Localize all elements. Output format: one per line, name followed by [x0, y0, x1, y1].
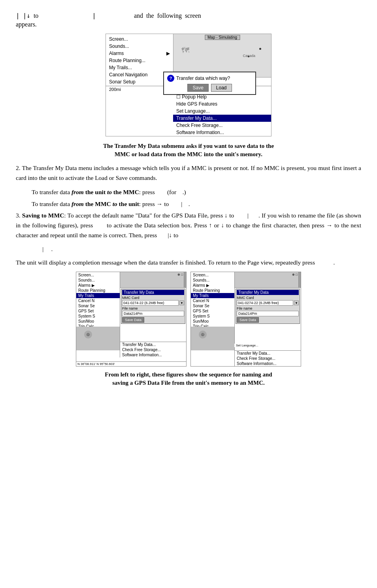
menu-trails[interactable]: My Trails...	[106, 64, 173, 71]
sm-alarms[interactable]: Alarms	[76, 283, 120, 288]
sm-trails[interactable]: My Trails	[76, 293, 120, 298]
screenshot-1: Screen... Sounds... Alarms Route Plannin…	[106, 34, 271, 136]
sm-file-label-right: File name	[237, 306, 299, 310]
sm-screen[interactable]: Screen...	[76, 272, 120, 278]
from-italic-1: from	[72, 189, 84, 195]
sm-route-r[interactable]: Route Planning	[191, 288, 234, 293]
top-line: | |↓ to | and the following screen	[16, 12, 361, 19]
and-word: and	[134, 12, 143, 19]
caption-2: From left to right, these figures show t…	[24, 371, 353, 387]
sm-sun-r[interactable]: Sun/Moo	[191, 319, 234, 324]
sm-file-label-left: File name	[122, 306, 184, 310]
sm-system[interactable]: System S	[76, 314, 120, 319]
menu-sounds[interactable]: Sounds...	[106, 43, 173, 50]
sm-map-right: ⊕ □	[235, 272, 301, 288]
sm-map-lower-left: ⓪	[76, 327, 120, 350]
sm-lang-label-right: Set Language...	[234, 344, 301, 347]
sm-cancel[interactable]: Cancel N	[76, 298, 120, 303]
screenshot-2-left: Screen... Sounds... Alarms Route Plannin…	[76, 272, 187, 367]
paragraph-3-cont: | .	[32, 244, 361, 254]
sm-scrollbar-right	[298, 272, 301, 287]
down-arrow-icon: |↓	[23, 12, 30, 19]
sm-sun[interactable]: Sun/Moo	[76, 319, 120, 324]
indent-1: To transfer data from the unit to the MM…	[32, 187, 361, 197]
sm-sounds-r[interactable]: Sounds...	[191, 278, 234, 283]
sm-mmc-row-right: 041-0274-22 (6.2MB free) ▼	[237, 300, 299, 306]
to-word: to	[34, 12, 38, 19]
sm-gps[interactable]: GPS Set	[76, 308, 120, 314]
menu-hide-gps[interactable]: Hide GPS Features	[173, 100, 271, 108]
screen-word: screen	[185, 12, 201, 19]
paragraph-3: 3. Saving to MMC: To accept the default …	[16, 211, 361, 240]
sm-coord-text-left: N 36°08.911' N 95°50.603'	[77, 362, 115, 366]
map-dot-1	[259, 48, 261, 50]
menu-transfer-data[interactable]: Transfer My Data...	[173, 115, 271, 122]
caption-2-line1: From left to right, these figures show t…	[105, 371, 272, 378]
sm-software-info-left[interactable]: Software Information...	[120, 352, 186, 357]
map-label: Map - Simulating	[205, 35, 240, 40]
sm-mmc-row-left: 041-0274-22 (6.2MB free) ▼	[122, 300, 184, 306]
following-word: following	[157, 12, 182, 19]
sm-software-info-right[interactable]: Software Information...	[235, 361, 301, 366]
sm-map-left: ⊕ □	[120, 272, 186, 288]
map-area: Map - Simulating 🗺 Canada	[173, 34, 271, 78]
sm-system-r[interactable]: System S	[191, 314, 234, 319]
sm-icons-right: ⊕ □	[292, 273, 298, 276]
sm-transfer-title-right: Transfer My Data	[237, 290, 299, 295]
screenshots-row: Screen... Sounds... Alarms Route Plannin…	[16, 272, 361, 367]
menu-route[interactable]: Route Planning...	[106, 57, 173, 64]
sm-icons-left: ⊕ □	[177, 273, 183, 276]
to-italic-2: to	[113, 200, 117, 207]
sm-check-storage-right[interactable]: Check Free Storage...	[235, 356, 301, 361]
sm-cancel-r[interactable]: Cancel N	[191, 298, 234, 303]
save-button[interactable]: Save	[187, 84, 208, 92]
sm-sonar-r[interactable]: Sonar Se	[191, 303, 234, 308]
caption-1: The Transfer My Data submenu asks if you…	[32, 142, 345, 159]
sm-coord-bar-left: N 36°08.911' N 95°50.603'	[76, 361, 186, 366]
sm-transfer-data-right[interactable]: Transfer My Data...	[235, 351, 301, 356]
mmc-bold-2: the MMC	[85, 200, 111, 207]
sm-gps-r[interactable]: GPS Set	[191, 308, 234, 314]
screenshot-1-container: Screen... Sounds... Alarms Route Plannin…	[16, 34, 361, 136]
sm-bottom-right-menu-left: Transfer My Data... Check Free Storage..…	[120, 342, 186, 357]
pipe-icon-2: |	[92, 12, 96, 19]
sm-mmc-dropdown-right[interactable]: ▼	[294, 301, 299, 305]
sm-screen-r[interactable]: Screen...	[191, 272, 234, 278]
unit-bold-1: the unit	[85, 189, 106, 195]
paragraph-4: The unit will display a completion messa…	[16, 258, 361, 268]
menu-screen[interactable]: Screen...	[106, 36, 173, 43]
question-icon: ?	[167, 75, 174, 82]
menu-check-storage[interactable]: Check Free Storage...	[173, 122, 271, 129]
sm-sounds[interactable]: Sounds...	[76, 278, 120, 283]
sm-mmc-value-left: 041-0274-22 (6.2MB free)	[122, 300, 179, 306]
sm-trails-r[interactable]: My Trails	[191, 293, 234, 298]
sm-sonar[interactable]: Sonar Se	[76, 303, 120, 308]
sm-file-value-left[interactable]: Data214Pm	[122, 311, 184, 316]
load-button[interactable]: Load	[211, 84, 232, 92]
sm-transfer-title-left: Transfer My Data	[122, 290, 184, 295]
sm-mmc-label-right: MMC Card	[237, 296, 299, 300]
sm-file-value-right[interactable]: Data214Pm	[237, 311, 299, 316]
from-italic-2: from	[72, 200, 84, 207]
sm-scrollbar-left	[184, 272, 186, 287]
menu-set-language[interactable]: Set Language...	[173, 108, 271, 115]
menu-alarms[interactable]: Alarms	[106, 50, 173, 57]
caption-1-line1: The Transfer My Data submenu asks if you…	[103, 143, 274, 149]
sm-route[interactable]: Route Planning	[76, 288, 120, 293]
sm-alarms-r[interactable]: Alarms	[191, 283, 234, 288]
pipe-icon-1: |	[16, 12, 20, 19]
sm-save-btn-left[interactable]: Save Data	[122, 317, 144, 323]
sm-transfer-panel-left: Transfer My Data MMC Card 041-0274-22 (6…	[121, 289, 185, 324]
to-italic-1: to	[107, 189, 112, 195]
the-word: the	[146, 12, 154, 19]
sm-check-storage-left[interactable]: Check Free Storage...	[120, 347, 186, 352]
caption-1-line2: MMC or load data from the MMC into the u…	[115, 151, 262, 157]
sm-save-btn-right[interactable]: Save Data	[237, 317, 259, 323]
sm-mmc-dropdown-left[interactable]: ▼	[179, 301, 184, 305]
sm-transfer-data-left[interactable]: Transfer My Data...	[120, 342, 186, 347]
sm-mmc-label-left: MMC Card	[122, 296, 184, 300]
sm-map-circle-left: ⓪	[84, 331, 92, 338]
menu-software-info[interactable]: Software Information...	[173, 129, 271, 136]
saving-to-mmc: Saving to MMC	[22, 212, 64, 219]
screenshot-2-right: Screen... Sounds... Alarms Route Plannin…	[190, 272, 301, 367]
